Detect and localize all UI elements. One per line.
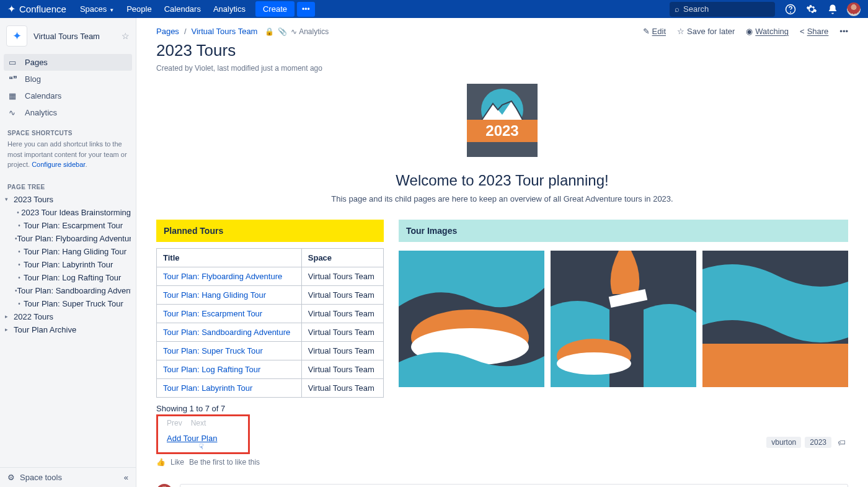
sidebar-item-analytics[interactable]: ∿Analytics xyxy=(4,104,132,121)
cursor-icon: ☟ xyxy=(199,442,203,451)
search-placeholder: Search xyxy=(683,4,709,14)
nav-people[interactable]: People xyxy=(120,1,157,17)
like-label[interactable]: Like xyxy=(170,458,184,467)
table-row: Tour Plan: Sandboarding AdventureVirtual… xyxy=(157,323,384,342)
page-tree: ▾2023 Tours •2023 Tour Ideas Brainstormi… xyxy=(0,193,136,342)
thumbs-up-icon[interactable]: 👍 xyxy=(156,458,166,467)
sidebar-item-calendars[interactable]: ▦Calendars xyxy=(4,87,132,104)
restrictions-icon[interactable]: 🔒 xyxy=(265,27,274,36)
page-title: 2023 Tours xyxy=(156,41,848,60)
help-icon[interactable] xyxy=(785,4,796,15)
welcome-subtitle: This page and its child pages are here t… xyxy=(156,194,848,203)
tour-link[interactable]: Tour Plan: Hang Gliding Tour xyxy=(163,290,266,300)
like-prompt: Be the first to like this xyxy=(189,458,260,467)
tree-root[interactable]: ▾2023 Tours xyxy=(5,193,131,206)
nav-spaces[interactable]: Spaces▼ xyxy=(74,1,120,17)
blog-icon: ❝❞ xyxy=(9,74,19,84)
tag-row: vburton 2023 🏷 xyxy=(399,437,848,448)
tour-image-3[interactable] xyxy=(702,251,848,387)
bullet-icon: • xyxy=(15,274,24,281)
col-space: Space xyxy=(301,249,383,267)
watching-button[interactable]: ◉ Watching xyxy=(746,27,789,36)
breadcrumb-pages[interactable]: Pages xyxy=(156,27,179,36)
tour-link[interactable]: Tour Plan: Escarpment Tour xyxy=(163,309,262,318)
tree-item[interactable]: •Tour Plan: Log Rafting Tour xyxy=(15,271,131,284)
tree-item[interactable]: •Tour Plan: Hang Gliding Tour xyxy=(15,245,131,258)
caret-down-icon: ▾ xyxy=(5,196,14,202)
search-input[interactable]: ⌕ Search xyxy=(670,2,775,17)
col-title: Title xyxy=(157,249,302,267)
welcome-heading: Welcome to 2023 Tour planning! xyxy=(156,172,848,189)
tour-link[interactable]: Tour Plan: Sandboarding Adventure xyxy=(163,328,290,337)
sidebar-item-blog[interactable]: ❝❞Blog xyxy=(4,71,132,87)
tree-item[interactable]: •2023 Tour Ideas Brainstorming xyxy=(15,206,131,219)
showing-text: Showing 1 to 7 of 7 xyxy=(156,404,384,413)
analytics-icon: ∿ xyxy=(9,108,19,117)
tour-link[interactable]: Tour Plan: Log Rafting Tour xyxy=(163,365,260,374)
tour-image-2[interactable] xyxy=(551,251,696,387)
attachments-icon[interactable]: 📎 xyxy=(278,27,287,36)
tree-item[interactable]: •Tour Plan: Escarpment Tour xyxy=(15,219,131,232)
tour-link[interactable]: Tour Plan: Super Truck Tour xyxy=(163,346,263,355)
space-title[interactable]: Virtual Tours Team xyxy=(33,32,122,41)
prev-link[interactable]: Prev xyxy=(167,419,182,427)
section-shortcuts: SPACE SHORTCUTS xyxy=(0,121,136,139)
gear-icon: ⚙ xyxy=(7,473,15,482)
edit-button[interactable]: ✎ Edit xyxy=(643,27,666,36)
tour-image-1[interactable] xyxy=(399,251,544,387)
star-icon[interactable]: ☆ xyxy=(122,31,130,41)
table-row: Tour Plan: Flyboarding AdventureVirtual … xyxy=(157,267,384,286)
next-link[interactable]: Next xyxy=(191,419,206,427)
bullet-icon: • xyxy=(15,300,24,307)
bullet-icon: • xyxy=(15,222,24,229)
analytics-link[interactable]: ∿ Analytics xyxy=(291,27,329,36)
create-more-button[interactable]: ••• xyxy=(297,2,315,17)
planned-tours-header: Planned Tours xyxy=(156,220,384,242)
tree-item[interactable]: •Tour Plan: Sandboarding Adventure xyxy=(15,284,131,297)
svg-point-1 xyxy=(790,12,791,12)
comment-input[interactable]: Write a comment… xyxy=(180,484,848,487)
brand[interactable]: ✦ Confluence xyxy=(7,3,66,15)
share-button[interactable]: < Share xyxy=(800,27,828,36)
page-actions: ✎ Edit ☆ Save for later ◉ Watching < Sha… xyxy=(643,27,848,36)
tree-item[interactable]: •Tour Plan: Super Truck Tour xyxy=(15,297,131,310)
hero: 2023 Welcome to 2023 Tour planning! This… xyxy=(156,84,848,203)
collapse-sidebar-icon[interactable]: « xyxy=(124,473,128,482)
tree-item[interactable]: •Tour Plan: Flyboarding Adventure xyxy=(15,232,131,245)
badge-year: 2023 xyxy=(485,122,518,139)
notifications-icon[interactable] xyxy=(827,4,838,15)
configure-sidebar-link[interactable]: Configure sidebar xyxy=(32,161,85,168)
confluence-logo-icon: ✦ xyxy=(7,3,16,15)
tree-item[interactable]: ▸Tour Plan Archive xyxy=(5,323,131,336)
settings-icon[interactable] xyxy=(806,4,817,15)
tags-icon[interactable]: 🏷 xyxy=(835,437,848,448)
tour-link[interactable]: Tour Plan: Flyboarding Adventure xyxy=(163,272,282,281)
hero-badge: 2023 xyxy=(467,84,538,157)
tour-link[interactable]: Tour Plan: Labyrinth Tour xyxy=(163,383,252,393)
space-tools-link[interactable]: Space tools xyxy=(20,473,62,482)
table-row: Tour Plan: Log Rafting TourVirtual Tours… xyxy=(157,360,384,379)
add-tour-plan-link[interactable]: Add Tour Plan☟ xyxy=(167,434,217,443)
caret-right-icon: ▸ xyxy=(5,313,14,319)
tag-vburton[interactable]: vburton xyxy=(766,437,801,448)
tree-item[interactable]: ▸2022 Tours xyxy=(5,310,131,323)
tag-2023[interactable]: 2023 xyxy=(805,437,831,448)
byline: Created by Violet, last modified just a … xyxy=(156,64,848,73)
sidebar-item-pages[interactable]: ▭Pages xyxy=(4,54,132,71)
table-row: Tour Plan: Hang Gliding TourVirtual Tour… xyxy=(157,286,384,305)
bullet-icon: • xyxy=(15,261,24,268)
breadcrumb-space[interactable]: Virtual Tours Team xyxy=(192,27,258,36)
space-header: ✦ Virtual Tours Team ☆ xyxy=(0,18,136,54)
image-strip xyxy=(399,251,848,387)
nav-analytics[interactable]: Analytics xyxy=(207,1,252,17)
shortcut-text: Here you can add shortcut links to the m… xyxy=(0,139,136,175)
nav-calendars[interactable]: Calendars xyxy=(158,1,207,17)
save-for-later-button[interactable]: ☆ Save for later xyxy=(677,27,735,36)
user-avatar[interactable] xyxy=(847,2,861,16)
more-actions-button[interactable]: ••• xyxy=(839,27,848,36)
space-logo-icon: ✦ xyxy=(6,25,27,47)
create-button[interactable]: Create xyxy=(255,1,294,17)
bullet-icon: • xyxy=(15,209,21,216)
tree-item[interactable]: •Tour Plan: Labyrinth Tour xyxy=(15,258,131,271)
topbar: ✦ Confluence Spaces▼ People Calendars An… xyxy=(0,0,868,18)
